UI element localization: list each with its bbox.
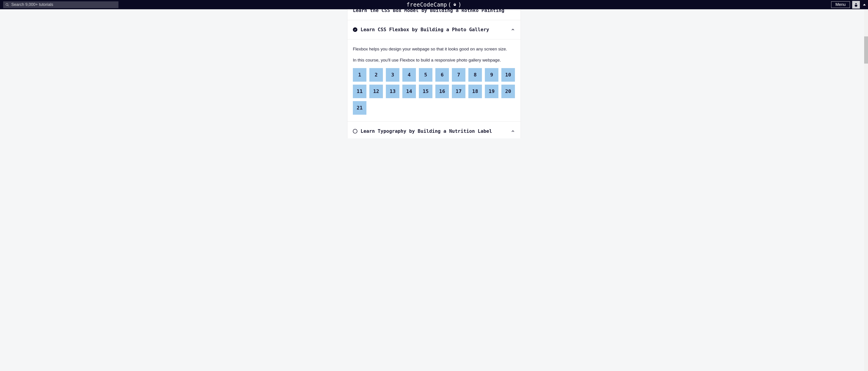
step-11[interactable]: 11	[353, 85, 366, 98]
step-3[interactable]: 3	[386, 68, 399, 82]
step-13[interactable]: 13	[386, 85, 399, 98]
section-flexbox-header[interactable]: Learn CSS Flexbox by Building a Photo Ga…	[347, 20, 521, 39]
section-typography-header[interactable]: Learn Typography by Building a Nutrition…	[347, 122, 521, 138]
section-flexbox-desc-1: Flexbox helps you design your webpage so…	[353, 46, 515, 52]
search-icon	[5, 3, 9, 6]
brand-text: freeCodeCamp	[406, 2, 447, 8]
scrollbar-track[interactable]	[864, 9, 868, 371]
section-flexbox-title: Learn CSS Flexbox by Building a Photo Ga…	[361, 27, 507, 32]
section-flexbox: Learn CSS Flexbox by Building a Photo Ga…	[347, 20, 521, 122]
status-open-icon	[353, 129, 358, 134]
step-15[interactable]: 15	[419, 85, 432, 98]
step-1[interactable]: 1	[353, 68, 366, 82]
prev-section-title: Learn the CSS Box Model by Building a Ro…	[353, 9, 504, 13]
step-5[interactable]: 5	[419, 68, 432, 82]
scrollbar-thumb[interactable]	[864, 36, 868, 63]
search-box[interactable]	[3, 1, 119, 8]
step-12[interactable]: 12	[369, 85, 383, 98]
step-8[interactable]: 8	[468, 68, 482, 82]
chevron-up-icon	[510, 27, 515, 32]
svg-line-1	[8, 5, 8, 6]
svg-point-0	[6, 3, 8, 5]
prev-section-peek[interactable]: Learn the CSS Box Model by Building a Ro…	[347, 9, 521, 20]
top-navbar: freeCodeCamp() Menu	[0, 0, 868, 9]
section-flexbox-desc-2: In this course, you'll use Flexbox to bu…	[353, 57, 515, 63]
step-14[interactable]: 14	[402, 85, 416, 98]
avatar-icon	[854, 2, 859, 7]
svg-point-2	[855, 3, 857, 4]
menu-button[interactable]: Menu	[831, 1, 850, 8]
section-flexbox-body: Flexbox helps you design your webpage so…	[347, 39, 521, 121]
step-17[interactable]: 17	[452, 85, 465, 98]
step-7[interactable]: 7	[452, 68, 465, 82]
brand-logo[interactable]: freeCodeCamp()	[406, 2, 461, 8]
step-20[interactable]: 20	[501, 85, 515, 98]
step-2[interactable]: 2	[369, 68, 383, 82]
avatar[interactable]	[852, 1, 860, 8]
section-typography: Learn Typography by Building a Nutrition…	[347, 122, 521, 138]
svg-rect-4	[855, 6, 857, 7]
section-typography-title: Learn Typography by Building a Nutrition…	[361, 129, 507, 134]
step-9[interactable]: 9	[485, 68, 498, 82]
step-6[interactable]: 6	[435, 68, 449, 82]
curriculum-panel: Learn the CSS Box Model by Building a Ro…	[347, 9, 521, 138]
search-input[interactable]	[11, 2, 116, 7]
step-10[interactable]: 10	[501, 68, 515, 82]
step-18[interactable]: 18	[468, 85, 482, 98]
step-4[interactable]: 4	[402, 68, 416, 82]
status-done-icon	[353, 27, 358, 32]
step-grid: 123456789101112131415161718192021	[353, 68, 515, 115]
nav-dropdown-toggle[interactable]	[863, 4, 866, 5]
fire-icon	[452, 2, 457, 7]
step-16[interactable]: 16	[435, 85, 449, 98]
svg-rect-3	[855, 5, 857, 6]
step-19[interactable]: 19	[485, 85, 498, 98]
step-21[interactable]: 21	[353, 101, 366, 115]
chevron-up-icon	[510, 129, 515, 134]
